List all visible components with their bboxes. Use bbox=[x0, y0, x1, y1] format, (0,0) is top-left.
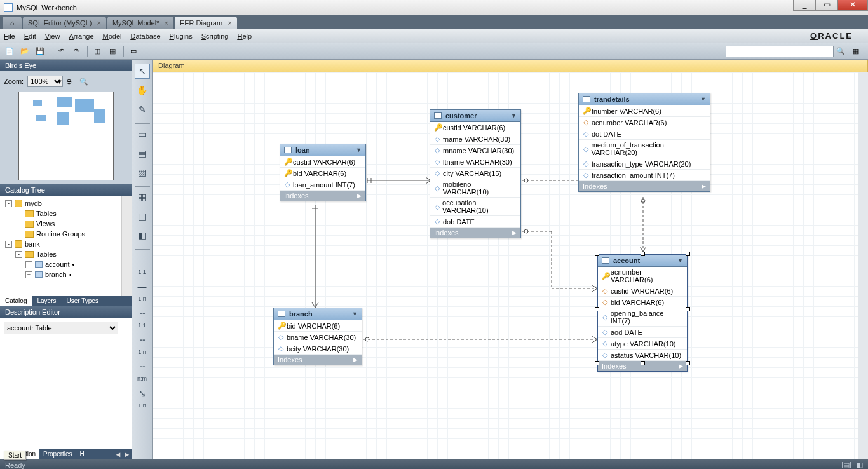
entity-footer[interactable]: Indexes▶ bbox=[280, 191, 365, 201]
entity-column[interactable]: ◇fname VARCHAR(30) bbox=[430, 133, 520, 145]
birdseye-canvas[interactable] bbox=[18, 92, 114, 180]
menu-database[interactable]: Database bbox=[130, 32, 160, 40]
routine-tool[interactable]: ◧ bbox=[135, 228, 150, 243]
entity-column[interactable]: ◇astatus VARCHAR(10) bbox=[598, 350, 687, 361]
catalog-tab[interactable]: Layers bbox=[32, 296, 61, 306]
undo-button[interactable]: ↶ bbox=[54, 45, 68, 58]
description-tab[interactable]: Properties bbox=[39, 449, 76, 459]
tool-b-button[interactable]: ▦ bbox=[105, 45, 119, 58]
selection-handle[interactable] bbox=[595, 361, 599, 365]
menu-edit[interactable]: Edit bbox=[24, 32, 36, 40]
entity-column[interactable]: 🔑custid VARCHAR(6) bbox=[280, 156, 365, 168]
redo-button[interactable]: ↷ bbox=[69, 45, 83, 58]
entity-column[interactable]: 🔑acnumber VARCHAR(6) bbox=[598, 267, 687, 285]
tree-item[interactable]: -mydb bbox=[3, 198, 129, 208]
tree-expander[interactable]: + bbox=[25, 271, 32, 278]
search-settings-icon[interactable]: ▦ bbox=[849, 45, 863, 58]
tree-item[interactable]: Views bbox=[3, 219, 129, 229]
canvas-scrollbar[interactable] bbox=[858, 72, 868, 459]
entity-column[interactable]: ◇dob DATE bbox=[430, 216, 520, 228]
document-tab[interactable]: SQL Editor (MySQL)× bbox=[23, 17, 106, 29]
entity-column[interactable]: ◇custid VARCHAR(6) bbox=[598, 285, 687, 297]
rel-11-solid-tool[interactable]: — bbox=[135, 252, 150, 268]
eraser-tool[interactable]: ✎ bbox=[135, 102, 150, 117]
search-icon[interactable]: 🔍 bbox=[834, 45, 848, 58]
entity-footer[interactable]: Indexes▶ bbox=[579, 181, 710, 191]
menu-model[interactable]: Model bbox=[103, 32, 122, 40]
entity-column[interactable]: ◇bid VARCHAR(6) bbox=[598, 297, 687, 308]
entity-column[interactable]: ◇ltname VARCHAR(30) bbox=[430, 156, 520, 168]
view-tool[interactable]: ◫ bbox=[135, 208, 150, 224]
menu-file[interactable]: File bbox=[4, 32, 15, 40]
open-file-button[interactable]: 📂 bbox=[18, 45, 32, 58]
entity-column[interactable]: ◇dot DATE bbox=[579, 128, 710, 140]
menu-scripting[interactable]: Scripting bbox=[201, 32, 229, 40]
entity-column[interactable]: 🔑tnumber VARCHAR(6) bbox=[579, 105, 710, 117]
entity-column[interactable]: ◇bcity VARCHAR(30) bbox=[274, 343, 362, 355]
entity-column[interactable]: ◇loan_amount INT(7) bbox=[280, 179, 365, 191]
tab-close-icon[interactable]: × bbox=[227, 19, 231, 27]
tree-expander[interactable]: - bbox=[5, 200, 12, 207]
selection-handle[interactable] bbox=[686, 361, 690, 365]
entity-header[interactable]: loan▼ bbox=[280, 144, 365, 156]
entity-column[interactable]: ◇transaction_type VARCHAR(20) bbox=[579, 158, 710, 170]
tool-c-button[interactable]: ▭ bbox=[126, 45, 140, 58]
entity-column[interactable]: ◇medium_of_transaction VARCHAR(20) bbox=[579, 140, 710, 158]
tree-expander[interactable]: - bbox=[15, 251, 22, 258]
rel-1n-dashed-tool[interactable]: ╌ bbox=[135, 332, 150, 348]
entity-column[interactable]: 🔑bid VARCHAR(6) bbox=[280, 168, 365, 179]
catalog-tab[interactable]: User Types bbox=[61, 296, 103, 306]
tree-item[interactable]: +account• bbox=[3, 259, 129, 269]
entity-column[interactable]: ◇mobileno VARCHAR(10) bbox=[430, 179, 520, 198]
tree-scrollbar[interactable] bbox=[121, 196, 132, 296]
entity-column[interactable]: ◇atype VARCHAR(10) bbox=[598, 338, 687, 350]
entity-column[interactable]: ◇transaction_amount INT(7) bbox=[579, 170, 710, 181]
new-file-button[interactable]: 📄 bbox=[3, 45, 17, 58]
entity-header[interactable]: account▼ bbox=[598, 255, 687, 267]
entity-header[interactable]: trandetails▼ bbox=[579, 93, 710, 105]
rel-1nc-tool[interactable]: ⤡ bbox=[135, 386, 150, 401]
hand-tool[interactable]: ✋ bbox=[135, 83, 150, 98]
selection-handle[interactable] bbox=[641, 252, 645, 256]
search-input[interactable] bbox=[726, 46, 834, 57]
diagram-canvas[interactable]: loan▼🔑custid VARCHAR(6)🔑bid VARCHAR(6)◇l… bbox=[153, 72, 868, 459]
entity-loan[interactable]: loan▼🔑custid VARCHAR(6)🔑bid VARCHAR(6)◇l… bbox=[280, 144, 366, 201]
catalog-tab[interactable]: Catalog bbox=[0, 296, 32, 306]
pointer-tool[interactable]: ↖ bbox=[135, 64, 150, 79]
tree-expander[interactable]: + bbox=[25, 261, 32, 268]
selection-handle[interactable] bbox=[686, 252, 690, 256]
save-button[interactable]: 💾 bbox=[33, 45, 47, 58]
table-tool[interactable]: ▦ bbox=[135, 189, 150, 205]
entity-column[interactable]: ◇mname VARCHAR(30) bbox=[430, 145, 520, 156]
selection-handle[interactable] bbox=[595, 307, 599, 311]
entity-column[interactable]: ◇occupation VARCHAR(10) bbox=[430, 198, 520, 216]
entity-column[interactable]: ◇bname VARCHAR(30) bbox=[274, 332, 362, 343]
menu-plugins[interactable]: Plugins bbox=[170, 32, 193, 40]
entity-column[interactable]: 🔑bid VARCHAR(6) bbox=[274, 320, 362, 332]
rel-1n-solid-tool[interactable]: — bbox=[135, 279, 150, 294]
entity-footer[interactable]: Indexes▶ bbox=[430, 228, 520, 238]
selection-handle[interactable] bbox=[686, 307, 690, 311]
zoom-select[interactable]: 100% bbox=[27, 76, 63, 87]
tab-close-icon[interactable]: × bbox=[164, 19, 168, 27]
entity-column[interactable]: ◇acnumber VARCHAR(6) bbox=[579, 117, 710, 128]
entity-column[interactable]: 🔑custid VARCHAR(6) bbox=[430, 122, 520, 133]
tree-item[interactable]: -bank bbox=[3, 239, 129, 249]
description-select[interactable]: account: Table bbox=[4, 322, 118, 334]
home-tab[interactable]: ⌂ bbox=[3, 17, 22, 29]
close-button[interactable]: ✕ bbox=[837, 0, 868, 11]
rel-11-dashed-tool[interactable]: ╌ bbox=[135, 306, 150, 321]
document-tab[interactable]: MySQL Model*× bbox=[107, 17, 173, 29]
zoom-in-icon[interactable]: ⊕ bbox=[62, 75, 76, 88]
next-tab-icon[interactable]: ► bbox=[123, 451, 132, 458]
prev-tab-icon[interactable]: ◄ bbox=[114, 451, 123, 458]
layer-tool[interactable]: ▭ bbox=[135, 126, 150, 142]
entity-branch[interactable]: branch▼🔑bid VARCHAR(6)◇bname VARCHAR(30)… bbox=[273, 308, 362, 365]
minimize-button[interactable]: _ bbox=[793, 0, 816, 11]
selection-handle[interactable] bbox=[595, 252, 599, 256]
tree-item[interactable]: +branch• bbox=[3, 269, 129, 280]
entity-customer[interactable]: customer▼🔑custid VARCHAR(6)◇fname VARCHA… bbox=[430, 109, 521, 238]
rel-nm-tool[interactable]: ╌ bbox=[135, 359, 150, 374]
entity-header[interactable]: customer▼ bbox=[430, 110, 520, 122]
menu-view[interactable]: View bbox=[45, 32, 60, 40]
